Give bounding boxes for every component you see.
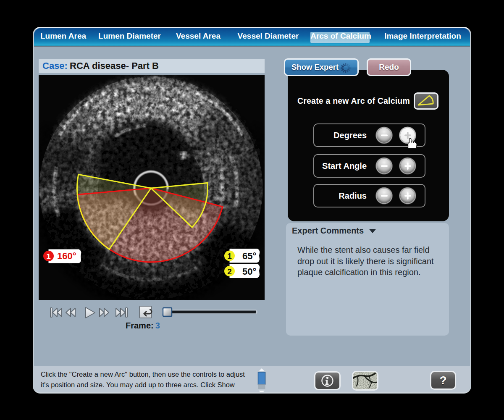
svg-text:2: 2 <box>227 267 232 276</box>
svg-text:?: ? <box>439 374 446 387</box>
svg-text:160°: 160° <box>57 251 76 261</box>
svg-text:65°: 65° <box>242 251 256 261</box>
svg-text:50°: 50° <box>242 266 256 276</box>
svg-text:1: 1 <box>46 252 51 260</box>
svg-text:1: 1 <box>227 252 232 260</box>
